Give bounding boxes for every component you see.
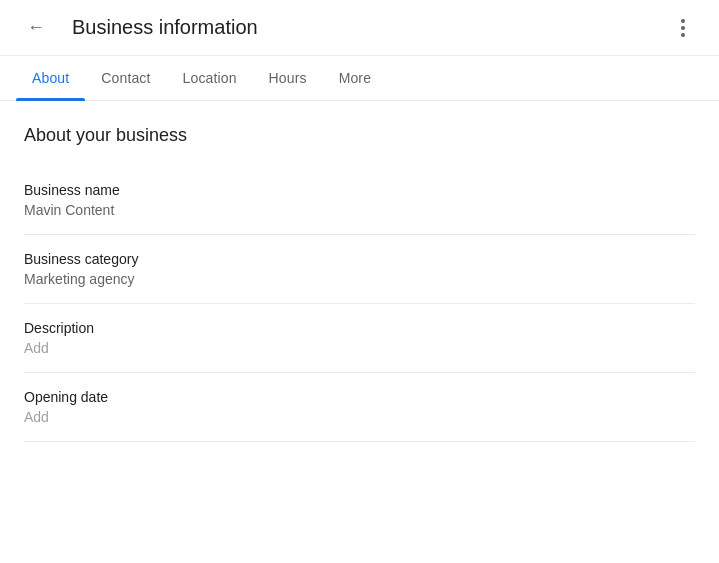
field-description[interactable]: Description Add: [24, 304, 695, 373]
tab-more[interactable]: More: [323, 56, 387, 100]
more-options-button[interactable]: [663, 8, 703, 48]
back-button[interactable]: ←: [16, 8, 56, 48]
field-business-name[interactable]: Business name Mavin Content: [24, 166, 695, 235]
header-left: ← Business information: [16, 8, 258, 48]
tabs-nav: About Contact Location Hours More: [0, 56, 719, 101]
header: ← Business information: [0, 0, 719, 56]
more-vert-icon: [681, 19, 685, 37]
field-label-business-name: Business name: [24, 182, 695, 198]
field-label-opening-date: Opening date: [24, 389, 695, 405]
back-arrow-icon: ←: [27, 17, 45, 38]
main-content: About your business Business name Mavin …: [0, 101, 719, 442]
field-value-business-name: Mavin Content: [24, 202, 695, 218]
field-value-business-category: Marketing agency: [24, 271, 695, 287]
tab-about[interactable]: About: [16, 56, 85, 100]
field-value-description: Add: [24, 340, 695, 356]
page-title: Business information: [72, 16, 258, 39]
field-label-business-category: Business category: [24, 251, 695, 267]
section-title: About your business: [24, 125, 695, 146]
tab-contact[interactable]: Contact: [85, 56, 166, 100]
tab-location[interactable]: Location: [167, 56, 253, 100]
field-value-opening-date: Add: [24, 409, 695, 425]
field-label-description: Description: [24, 320, 695, 336]
field-opening-date[interactable]: Opening date Add: [24, 373, 695, 442]
field-business-category[interactable]: Business category Marketing agency: [24, 235, 695, 304]
tab-hours[interactable]: Hours: [253, 56, 323, 100]
